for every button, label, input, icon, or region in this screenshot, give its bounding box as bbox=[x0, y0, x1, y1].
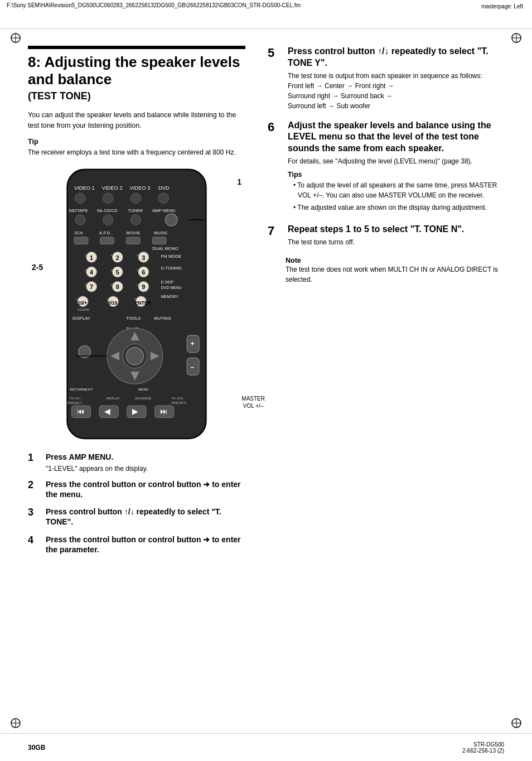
svg-text:AMP MENU: AMP MENU bbox=[152, 208, 176, 213]
svg-text:VIDEO 1: VIDEO 1 bbox=[74, 185, 95, 190]
svg-text:°: ° bbox=[110, 269, 112, 274]
svg-rect-33 bbox=[74, 237, 88, 244]
svg-text:6: 6 bbox=[142, 269, 145, 276]
svg-text:TV CH–: TV CH– bbox=[69, 396, 82, 400]
svg-text:MUTING: MUTING bbox=[154, 316, 171, 321]
note-text: The test tone does not work when MULTI C… bbox=[286, 264, 510, 285]
svg-text:TUNER: TUNER bbox=[128, 208, 143, 213]
remote-control-area: 1 2-5 MASTERVOL +/– VIDEO 1 VIDEO 2 VIDE… bbox=[42, 165, 231, 443]
svg-text:MOVIE: MOVIE bbox=[126, 230, 140, 235]
svg-text:2CH: 2CH bbox=[74, 230, 83, 235]
step-6-title: Adjust the speaker levels and balance us… bbox=[288, 120, 510, 155]
svg-text:ENTER: ENTER bbox=[135, 300, 151, 306]
svg-text:PRESET+: PRESET+ bbox=[171, 401, 187, 404]
svg-text:5: 5 bbox=[116, 269, 119, 276]
svg-text:⏭: ⏭ bbox=[160, 407, 168, 416]
step-3-num: 3 bbox=[28, 507, 43, 519]
svg-text:°: ° bbox=[85, 254, 86, 259]
right-column: 5 Press control button ↑/↓ repeatedly to… bbox=[257, 29, 532, 733]
svg-rect-34 bbox=[100, 237, 114, 244]
remote-label-1: 1 bbox=[237, 177, 241, 186]
svg-point-17 bbox=[75, 193, 86, 204]
tip-label: Tip bbox=[28, 138, 245, 146]
svg-text:4: 4 bbox=[90, 269, 93, 276]
svg-text:8: 8 bbox=[116, 283, 119, 290]
step-7: 7 Repeat steps 1 to 5 to select "T. TONE… bbox=[268, 224, 510, 247]
remote-label-2-5: 2-5 bbox=[32, 263, 43, 272]
svg-text:2: 2 bbox=[116, 254, 119, 261]
step-1-num: 1 bbox=[28, 452, 43, 464]
svg-text:°: ° bbox=[85, 269, 86, 274]
svg-point-26 bbox=[103, 215, 113, 225]
intro-text: You can adjust the speaker levels and ba… bbox=[28, 110, 245, 131]
remote-label-mastervol: MASTERVOL +/– bbox=[241, 395, 265, 410]
svg-text:DISPLAY: DISPLAY bbox=[72, 316, 91, 321]
svg-text:D.SKIP: D.SKIP bbox=[161, 280, 174, 283]
svg-text:MENU: MENU bbox=[138, 387, 149, 391]
header-masterpage: masterpage: Left bbox=[481, 3, 523, 9]
svg-text:TOOLS: TOOLS bbox=[126, 316, 141, 321]
svg-point-27 bbox=[130, 215, 141, 225]
remote-svg: VIDEO 1 VIDEO 2 VIDEO 3 DVD MD/TAPE SA-C… bbox=[59, 165, 215, 443]
svg-text:°: ° bbox=[110, 254, 112, 259]
svg-text:D.TUNING: D.TUNING bbox=[161, 266, 182, 271]
svg-point-19 bbox=[130, 193, 141, 204]
step-7-num: 7 bbox=[268, 224, 286, 238]
header: F:\Sony SEM\HA\Revision5_DG500\JC060283_… bbox=[0, 0, 532, 29]
footer-code: 2-662-258-13 (2) bbox=[462, 748, 504, 754]
svg-text:SA-CD/CD: SA-CD/CD bbox=[96, 208, 118, 213]
footer: 30GB STR-DG500 2-662-258-13 (2) bbox=[0, 733, 532, 761]
step-4-content: Press the control button or control butt… bbox=[46, 534, 245, 556]
svg-text:°: ° bbox=[137, 269, 138, 274]
step-4-title: Press the control button or control butt… bbox=[46, 534, 245, 555]
svg-text:FM MODE: FM MODE bbox=[161, 254, 182, 259]
main-content: 8: Adjusting the speaker levels and bala… bbox=[0, 29, 532, 733]
note-label: Note bbox=[286, 257, 301, 264]
svg-text:3: 3 bbox=[142, 254, 145, 261]
svg-text:A.F.D.: A.F.D. bbox=[99, 230, 111, 235]
svg-point-91 bbox=[126, 348, 143, 365]
tip-item-1: To adjust the level of all speakers at t… bbox=[293, 180, 510, 200]
svg-text:ADVANCE: ADVANCE bbox=[135, 396, 152, 400]
footer-product: STR-DG500 2-662-258-13 (2) bbox=[462, 741, 504, 754]
footer-product-name: STR-DG500 bbox=[473, 741, 504, 748]
svg-text:MD/TAPE: MD/TAPE bbox=[69, 208, 88, 213]
svg-text:◀: ◀ bbox=[104, 407, 110, 416]
svg-text:VIDEO 3: VIDEO 3 bbox=[130, 185, 151, 190]
step-5: 5 Press control button ↑/↓ repeatedly to… bbox=[268, 46, 510, 111]
svg-text:▶: ▶ bbox=[132, 407, 138, 416]
svg-text:CLEAR: CLEAR bbox=[78, 307, 89, 311]
note-section: Note The test tone does not work when MU… bbox=[286, 256, 510, 285]
chapter-subtitle: (TEST TONE) bbox=[28, 90, 245, 102]
step-6-desc: For details, see "Adjusting the level (L… bbox=[288, 156, 510, 166]
step-6-content: Adjust the speaker levels and balance us… bbox=[288, 120, 510, 215]
header-left: F:\Sony SEM\HA\Revision5_DG500\JC060283_… bbox=[7, 2, 301, 8]
svg-point-28 bbox=[165, 214, 177, 226]
svg-text:9: 9 bbox=[142, 283, 145, 290]
step-2-content: Press the control button or control butt… bbox=[46, 479, 245, 501]
step-7-content: Repeat steps 1 to 5 to select "T. TONE N… bbox=[288, 224, 510, 247]
svg-text:0/10: 0/10 bbox=[108, 300, 118, 306]
step-3: 3 Press control button ↑/↓ repeatedly to… bbox=[28, 507, 245, 528]
step-4: 4 Press the control button or control bu… bbox=[28, 534, 245, 556]
svg-text:°: ° bbox=[110, 283, 112, 288]
step-3-content: Press control button ↑/↓ repeatedly to s… bbox=[46, 507, 245, 528]
chapter-rule bbox=[28, 46, 245, 49]
footer-page: 30GB bbox=[28, 744, 45, 752]
svg-text:10/+: 10/+ bbox=[78, 300, 87, 306]
chapter-title: 8: Adjusting the speaker levels and bala… bbox=[28, 54, 245, 88]
svg-point-25 bbox=[75, 215, 86, 225]
step-5-desc: The test tone is output from each speake… bbox=[288, 71, 510, 111]
step-2-title: Press the control button or control butt… bbox=[46, 479, 245, 499]
step-1-title: Press AMP MENU. bbox=[46, 452, 245, 462]
steps-left: 1 Press AMP MENU. "1-LEVEL" appears on t… bbox=[28, 452, 245, 556]
step-7-title: Repeat steps 1 to 5 to select "T. TONE N… bbox=[288, 224, 510, 235]
step-6-num: 6 bbox=[268, 120, 286, 134]
left-column: 8: Adjusting the speaker levels and bala… bbox=[0, 29, 257, 733]
svg-text:MUSIC: MUSIC bbox=[154, 230, 168, 235]
step-1-content: Press AMP MENU. "1-LEVEL" appears on the… bbox=[46, 452, 245, 474]
svg-text:⏮: ⏮ bbox=[77, 407, 85, 416]
svg-text:°: ° bbox=[137, 254, 138, 259]
svg-point-20 bbox=[158, 193, 169, 204]
svg-text:RETURN/EXIT: RETURN/EXIT bbox=[70, 387, 93, 391]
